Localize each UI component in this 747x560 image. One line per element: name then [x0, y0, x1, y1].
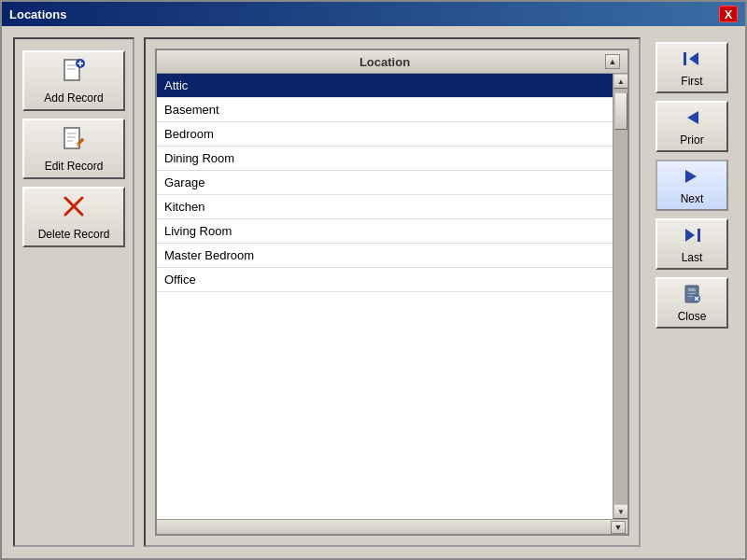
- prior-label: Prior: [680, 133, 703, 147]
- title-bar: Locations X: [2, 2, 745, 26]
- svg-marker-17: [685, 170, 697, 183]
- list-item[interactable]: Master Bedroom: [157, 244, 613, 268]
- svg-marker-18: [685, 229, 695, 242]
- list-footer: ▼: [157, 519, 627, 534]
- svg-rect-19: [698, 229, 700, 242]
- add-record-label: Add Record: [44, 91, 103, 105]
- edit-record-button[interactable]: Edit Record: [22, 119, 125, 179]
- location-list-container: Location ▲ AtticBasementBedroomDining Ro…: [155, 49, 629, 536]
- last-label: Last: [682, 251, 703, 264]
- list-item[interactable]: Dining Room: [157, 147, 613, 171]
- last-icon: [682, 225, 702, 248]
- list-item[interactable]: Attic: [157, 74, 613, 98]
- svg-rect-22: [688, 293, 696, 294]
- delete-record-icon: [62, 194, 86, 224]
- prior-icon: [682, 107, 702, 131]
- delete-record-label: Delete Record: [38, 228, 110, 241]
- list-header-title: Location: [164, 55, 605, 69]
- svg-rect-23: [688, 296, 694, 297]
- list-item[interactable]: Kitchen: [157, 195, 613, 219]
- list-item[interactable]: Garage: [157, 171, 613, 195]
- first-icon: [682, 49, 702, 72]
- list-scroll-down-button[interactable]: ▼: [611, 521, 626, 534]
- list-scroll-up-button[interactable]: ▲: [605, 54, 620, 69]
- window-close-button[interactable]: X: [719, 6, 738, 22]
- window-title: Locations: [9, 7, 66, 21]
- first-button[interactable]: First: [655, 42, 728, 93]
- close-nav-icon: [682, 284, 702, 307]
- list-item[interactable]: Office: [157, 268, 613, 292]
- list-item[interactable]: Basement: [157, 98, 613, 122]
- scroll-thumb[interactable]: [614, 92, 627, 130]
- close-button[interactable]: Close: [655, 277, 728, 329]
- scroll-up-button[interactable]: ▲: [613, 74, 627, 89]
- edit-record-icon: [62, 126, 86, 156]
- add-record-button[interactable]: Add Record: [22, 50, 125, 111]
- edit-record-label: Edit Record: [45, 160, 104, 173]
- list-item[interactable]: Bedroom: [157, 122, 613, 147]
- list-body: AtticBasementBedroomDining RoomGarageKit…: [157, 74, 627, 519]
- next-button[interactable]: Next: [655, 160, 728, 211]
- scroll-track: [613, 89, 627, 504]
- add-record-icon: [62, 58, 86, 88]
- nav-panel: First Prior Next: [650, 37, 734, 547]
- scroll-down-button[interactable]: ▼: [613, 504, 627, 519]
- scrollbar: ▲ ▼: [613, 74, 627, 519]
- main-window: Locations X Add Record: [0, 0, 747, 560]
- delete-record-button[interactable]: Delete Record: [22, 187, 125, 247]
- svg-rect-14: [684, 52, 686, 65]
- first-label: First: [681, 75, 702, 88]
- prior-button[interactable]: Prior: [655, 101, 728, 152]
- svg-rect-21: [688, 288, 696, 291]
- center-panel: Location ▲ AtticBasementBedroomDining Ro…: [144, 37, 641, 547]
- list-header: Location ▲: [157, 50, 627, 74]
- close-nav-label: Close: [678, 310, 707, 323]
- action-panel: Add Record Edit Record: [13, 37, 134, 547]
- list-item[interactable]: Living Room: [157, 219, 613, 244]
- next-label: Next: [681, 192, 704, 205]
- svg-marker-16: [687, 111, 698, 124]
- svg-marker-15: [689, 52, 698, 65]
- window-content: Add Record Edit Record: [2, 26, 745, 558]
- location-list[interactable]: AtticBasementBedroomDining RoomGarageKit…: [157, 74, 613, 519]
- last-button[interactable]: Last: [655, 218, 728, 270]
- next-icon: [682, 166, 702, 189]
